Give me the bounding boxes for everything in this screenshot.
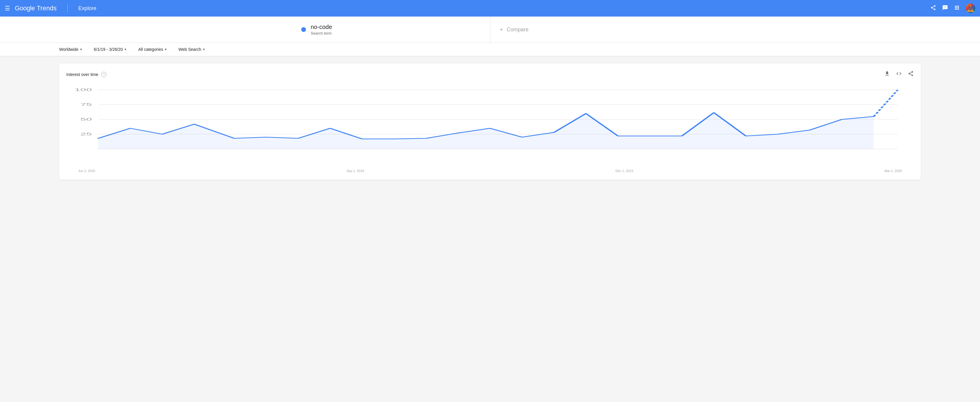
svg-text:75: 75 xyxy=(80,102,92,107)
filter-container: Worldwide ▾ 6/1/19 - 3/26/20 ▾ All categ… xyxy=(59,43,921,56)
filter-region[interactable]: Worldwide ▾ xyxy=(59,47,82,52)
main-content: Interest over time ? xyxy=(0,57,980,402)
compare-text: Compare xyxy=(507,27,528,33)
filter-region-label: Worldwide xyxy=(59,47,78,52)
chart-share-icon[interactable] xyxy=(908,71,914,78)
x-axis-labels: Jun 2, 2019 Sep 1, 2019 Dec 1, 2019 Mar … xyxy=(66,167,914,173)
header-left: ☰ Google Trends Explore xyxy=(5,4,930,13)
search-area: no-code Search term + Compare xyxy=(0,17,980,43)
download-icon[interactable] xyxy=(884,71,890,78)
header-divider xyxy=(67,4,68,13)
search-container: no-code Search term + Compare xyxy=(292,17,688,43)
feedback-icon[interactable] xyxy=(942,5,948,12)
compare-box[interactable]: + Compare xyxy=(490,17,689,43)
trends-text: Trends xyxy=(37,5,57,12)
x-label-jun: Jun 2, 2019 xyxy=(78,169,95,173)
x-label-dec: Dec 1, 2019 xyxy=(616,169,633,173)
filter-bar: Worldwide ▾ 6/1/19 - 3/26/20 ▾ All categ… xyxy=(0,43,980,57)
x-label-mar: Mar 1, 2020 xyxy=(885,169,902,173)
hamburger-icon[interactable]: ☰ xyxy=(5,5,10,12)
svg-text:25: 25 xyxy=(80,132,92,136)
filter-category-label: All categories xyxy=(138,47,163,52)
search-term-box[interactable]: no-code Search term xyxy=(292,17,490,43)
share-icon[interactable] xyxy=(930,5,936,12)
svg-marker-13 xyxy=(98,112,874,149)
filter-date-label: 6/1/19 - 3/26/20 xyxy=(94,47,123,52)
x-label-sep: Sep 1, 2019 xyxy=(347,169,364,173)
chart-title: Interest over time xyxy=(66,72,98,77)
svg-text:50: 50 xyxy=(80,117,92,122)
apps-icon[interactable] xyxy=(954,5,960,12)
filter-date[interactable]: 6/1/19 - 3/26/20 ▾ xyxy=(94,47,126,52)
chart-title-area: Interest over time ? xyxy=(66,72,107,77)
chart-card: Interest over time ? xyxy=(59,63,921,180)
help-icon[interactable]: ? xyxy=(101,72,107,77)
filter-search-type-label: Web Search xyxy=(178,47,201,52)
header-explore: Explore xyxy=(78,5,97,11)
chart-header: Interest over time ? xyxy=(66,71,914,78)
filter-category[interactable]: All categories ▾ xyxy=(138,47,167,52)
header: ☰ Google Trends Explore xyxy=(0,0,980,17)
term-name: no-code xyxy=(311,24,332,30)
google-text: Google xyxy=(15,5,35,12)
chart-actions xyxy=(884,71,914,78)
svg-rect-2 xyxy=(969,6,973,10)
svg-text:100: 100 xyxy=(75,87,92,92)
term-info: no-code Search term xyxy=(311,24,332,35)
embed-icon[interactable] xyxy=(896,71,902,78)
avatar[interactable] xyxy=(966,3,975,13)
compare-plus-icon: + xyxy=(500,26,503,33)
term-dot xyxy=(301,27,306,32)
search-type-chevron-icon: ▾ xyxy=(203,47,205,51)
chart-svg: 100 75 50 25 xyxy=(66,84,914,167)
google-trends-logo: Google Trends xyxy=(15,5,57,12)
filter-search-type[interactable]: Web Search ▾ xyxy=(178,47,205,52)
region-chevron-icon: ▾ xyxy=(80,47,82,51)
term-type: Search term xyxy=(311,31,332,35)
chart-wrapper: 100 75 50 25 xyxy=(66,84,914,167)
header-right xyxy=(930,3,975,13)
category-chevron-icon: ▾ xyxy=(165,47,167,51)
svg-line-12 xyxy=(874,90,898,117)
date-chevron-icon: ▾ xyxy=(124,47,126,51)
